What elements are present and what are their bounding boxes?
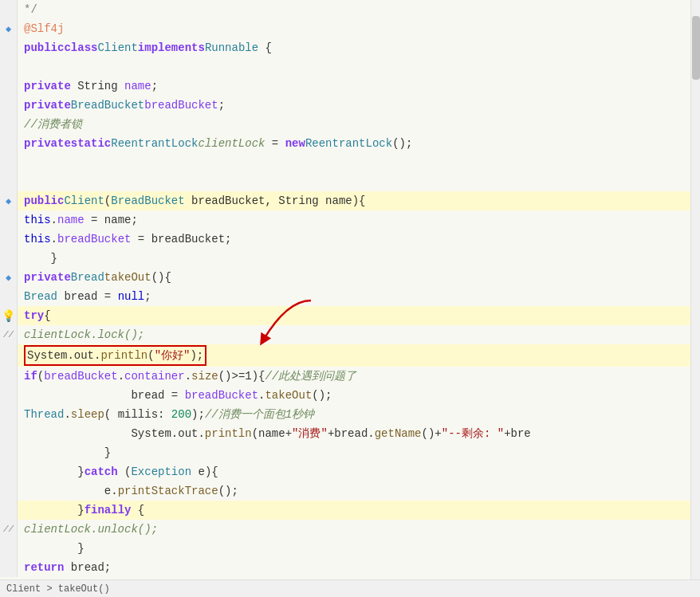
line-content: Thread.sleep( millis: 200);//消费一个面包1秒钟	[18, 405, 700, 424]
gutter-icon	[0, 115, 18, 134]
line-content: System.out.println("你好");	[18, 344, 700, 367]
gutter-icon	[0, 386, 18, 405]
gutter-icon: 💡	[0, 306, 18, 325]
line-content: }finally {	[18, 501, 700, 520]
gutter-icon	[0, 287, 18, 306]
code-line: // clientLock.lock();	[0, 325, 700, 344]
bookmark-icon: ◆	[6, 195, 11, 207]
bookmark-icon: ◆	[6, 23, 11, 35]
code-line: e.printStackTrace();	[0, 481, 700, 501]
gutter-icon	[0, 96, 18, 115]
gutter-icon	[0, 462, 18, 481]
line-content: public class Client implements Runnable …	[18, 38, 700, 57]
code-line-highlighted: }finally {	[0, 501, 700, 520]
code-line: System.out.println(name+"消费"+bread.getNa…	[0, 424, 700, 443]
code-line: }	[0, 539, 700, 558]
gutter-icon	[0, 367, 18, 386]
code-line-highlighted: 💡 try{	[0, 306, 700, 325]
editor-container: */ ◆ @Slf4j public class Client implemen…	[0, 0, 700, 597]
line-content: return bread;	[18, 558, 700, 577]
line-content: public Client(BreadBucket breadBucket, S…	[18, 191, 700, 210]
line-content: clientLock.unlock();	[18, 520, 700, 539]
gutter-icon	[0, 424, 18, 443]
status-bar: Client > takeOut()	[0, 579, 700, 597]
line-content: clientLock.lock();	[18, 325, 700, 344]
line-content: this.breadBucket = breadBucket;	[18, 230, 700, 249]
code-line	[0, 57, 700, 77]
code-line: private static ReentrantLock clientLock …	[0, 134, 700, 153]
line-content: private BreadBucket breadBucket;	[18, 96, 700, 115]
line-content: */	[18, 0, 700, 19]
bulb-icon: 💡	[2, 309, 15, 323]
line-content: }	[18, 443, 700, 462]
gutter-icon	[0, 558, 18, 577]
gutter-icon: ◆	[0, 268, 18, 287]
code-line-boxed: System.out.println("你好");	[0, 344, 700, 367]
code-line: */	[0, 0, 700, 19]
line-content: private static ReentrantLock clientLock …	[18, 134, 700, 153]
code-line	[0, 153, 700, 172]
gutter-icon	[0, 38, 18, 57]
line-content: if(breadBucket.container.size()>=1){//此处…	[18, 367, 700, 386]
line-content	[18, 172, 700, 191]
line-content: bread = breadBucket.takeOut();	[18, 386, 700, 405]
gutter-icon	[0, 77, 18, 96]
code-line: Bread bread = null;	[0, 287, 700, 306]
gutter-icon	[0, 405, 18, 424]
bookmark-icon: ◆	[6, 272, 11, 284]
gutter-icon: ◆	[0, 19, 18, 38]
code-line: Thread.sleep( millis: 200);//消费一个面包1秒钟	[0, 405, 700, 424]
gutter-icon	[0, 0, 18, 19]
line-content: private String name;	[18, 77, 700, 96]
gutter-icon	[0, 249, 18, 268]
gutter-icon	[0, 344, 18, 367]
code-line	[0, 172, 700, 191]
line-content: private Bread takeOut(){	[18, 268, 700, 287]
code-line: return bread;	[0, 558, 700, 577]
line-content: Bread bread = null;	[18, 287, 700, 306]
code-area: */ ◆ @Slf4j public class Client implemen…	[0, 0, 700, 577]
code-line: private BreadBucket breadBucket;	[0, 96, 700, 115]
code-line: bread = breadBucket.takeOut();	[0, 386, 700, 405]
line-content: e.printStackTrace();	[18, 481, 700, 501]
gutter-icon	[0, 443, 18, 462]
code-line: }	[0, 249, 700, 268]
code-line: public class Client implements Runnable …	[0, 38, 700, 57]
line-content	[18, 57, 700, 77]
gutter-icon	[0, 230, 18, 249]
code-line: if(breadBucket.container.size()>=1){//此处…	[0, 367, 700, 386]
gutter-icon: ◆	[0, 191, 18, 210]
gutter-icon: //	[0, 520, 18, 539]
boxed-code: System.out.println("你好");	[24, 345, 206, 366]
gutter-icon	[0, 57, 18, 77]
line-content: }	[18, 249, 700, 268]
line-content: }catch (Exception e){	[18, 462, 700, 481]
scrollbar[interactable]	[690, 0, 700, 579]
line-content: System.out.println(name+"消费"+bread.getNa…	[18, 424, 700, 443]
gutter-icon	[0, 481, 18, 501]
line-content: @Slf4j	[18, 19, 700, 38]
gutter-icon	[0, 153, 18, 172]
code-line: }	[0, 443, 700, 462]
code-line: //消费者锁	[0, 115, 700, 134]
scrollbar-thumb[interactable]	[692, 16, 700, 80]
line-content: this.name = name;	[18, 210, 700, 230]
code-line: // clientLock.unlock();	[0, 520, 700, 539]
gutter-icon	[0, 210, 18, 230]
gutter-icon: //	[0, 325, 18, 344]
line-content: }	[18, 539, 700, 558]
gutter-icon	[0, 501, 18, 520]
status-text: Client > takeOut()	[6, 583, 110, 595]
line-content: //消费者锁	[18, 115, 700, 134]
code-line-highlighted: ◆ public Client(BreadBucket breadBucket,…	[0, 191, 700, 210]
code-line: ◆ private Bread takeOut(){	[0, 268, 700, 287]
code-line: this.breadBucket = breadBucket;	[0, 230, 700, 249]
gutter-icon	[0, 172, 18, 191]
code-line: ◆ @Slf4j	[0, 19, 700, 38]
code-line: this.name = name;	[0, 210, 700, 230]
gutter-icon	[0, 134, 18, 153]
code-line: private String name;	[0, 77, 700, 96]
code-line: }catch (Exception e){	[0, 462, 700, 481]
line-content: try{	[18, 306, 700, 325]
line-content	[18, 153, 700, 172]
